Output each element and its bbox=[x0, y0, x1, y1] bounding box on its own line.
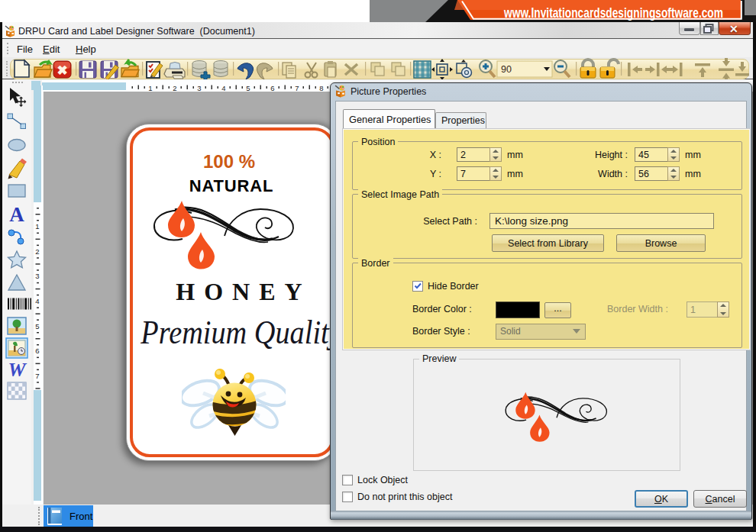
svg-text:8: 8 bbox=[319, 84, 323, 92]
svg-text:✖: ✖ bbox=[57, 63, 67, 78]
svg-text:3: 3 bbox=[35, 272, 39, 280]
svg-text:5: 5 bbox=[246, 84, 250, 92]
svg-text:5: 5 bbox=[35, 322, 39, 330]
svg-text:1: 1 bbox=[148, 84, 152, 92]
svg-text:6: 6 bbox=[35, 347, 39, 355]
svg-text:90: 90 bbox=[501, 64, 512, 75]
svg-text:3: 3 bbox=[197, 84, 201, 92]
svg-text:W: W bbox=[8, 359, 27, 381]
svg-text:2: 2 bbox=[173, 84, 176, 92]
svg-text:2: 2 bbox=[35, 247, 39, 256]
svg-text:4: 4 bbox=[35, 297, 39, 305]
svg-text:www.Invitationcardsdesigningso: www.Invitationcardsdesigningsoftware.com bbox=[503, 5, 723, 21]
svg-text:1: 1 bbox=[35, 222, 39, 231]
svg-text:6: 6 bbox=[270, 84, 274, 92]
svg-text:A: A bbox=[9, 203, 24, 226]
svg-text:4: 4 bbox=[221, 84, 225, 92]
svg-text:7: 7 bbox=[295, 84, 299, 92]
svg-text:7: 7 bbox=[35, 372, 39, 380]
